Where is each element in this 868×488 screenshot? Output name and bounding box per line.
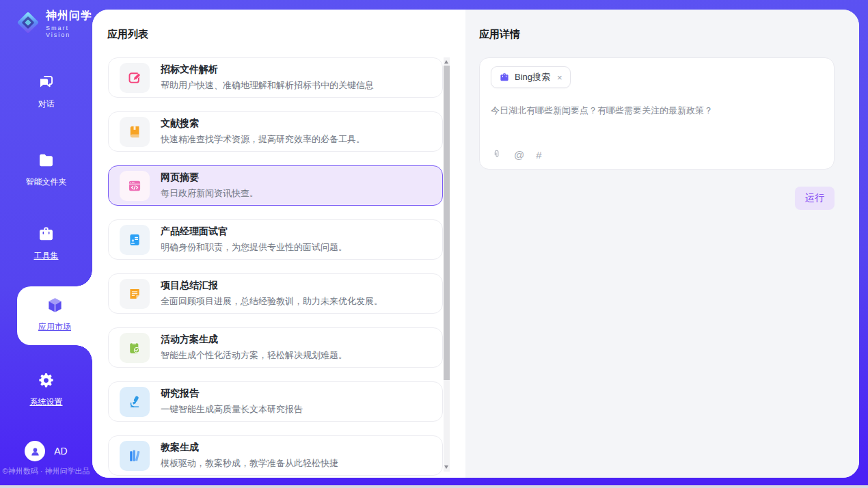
app-card-description: 智能生成个性化活动方案，轻松解决规划难题。	[161, 349, 347, 362]
app-card-description: 每日政府新闻资讯快查。	[161, 187, 258, 200]
briefcase-tag-icon	[499, 72, 510, 83]
remove-tag-button[interactable]: ×	[557, 72, 562, 83]
scrollbar-thumb[interactable]	[444, 66, 450, 380]
prompt-card: Bing搜索 × 今日湖北有哪些新闻要点？有哪些需要关注的最新政策？ @ #	[479, 57, 835, 170]
app-card[interactable]: 网页摘要 每日政府新闻资讯快查。	[108, 165, 443, 206]
sidebar-item-chat[interactable]: 对话	[0, 73, 92, 110]
list-scrollbar[interactable]	[444, 57, 450, 472]
app-card-description: 模板驱动，教案秒成，教学准备从此轻松快捷	[161, 457, 338, 470]
scroll-up-arrow-icon[interactable]	[444, 60, 448, 64]
copyright-footer: ©神州数码 · 神州问学出品	[0, 466, 92, 476]
cube-icon	[17, 296, 92, 317]
chat-icon	[0, 73, 92, 94]
app-card[interactable]: 项目总结汇报 全面回顾项目进展，总结经验教训，助力未来优化发展。	[108, 273, 443, 314]
app-card[interactable]: 文献搜索 快速精准查找学术资源，提高研究效率的必备工具。	[108, 111, 443, 152]
app-card-title: 活动方案生成	[161, 334, 347, 346]
sidebar: 神州问学 Smart Vision 对话 智能文件夹 工具集 应用市场 系统设置…	[0, 0, 92, 488]
briefcase-icon	[0, 225, 92, 246]
app-card-list: 招标文件解析 帮助用户快速、准确地理解和解析招标书中的关键信息 文献搜索 快速精…	[108, 57, 443, 478]
app-card-title: 网页摘要	[161, 172, 258, 184]
edit-doc-icon	[120, 63, 150, 93]
webpage-icon	[120, 171, 150, 201]
app-card-title: 产品经理面试官	[161, 226, 347, 238]
books-icon	[120, 441, 150, 471]
prompt-input[interactable]: 今日湖北有哪些新闻要点？有哪些需要关注的最新政策？	[491, 104, 823, 118]
hashtag-icon[interactable]: #	[536, 150, 541, 160]
run-row: 运行	[479, 187, 835, 210]
sidebar-item-app-market[interactable]: 应用市场	[17, 286, 92, 345]
user-name: AD	[54, 446, 67, 457]
app-detail-title: 应用详情	[479, 28, 835, 41]
app-card-title: 项目总结汇报	[161, 280, 383, 292]
app-card[interactable]: 研究报告 一键智能生成高质量长文本研究报告	[108, 381, 443, 422]
app-card[interactable]: 招标文件解析 帮助用户快速、准确地理解和解析招标书中的关键信息	[108, 57, 443, 98]
user-avatar-icon	[25, 441, 45, 461]
folder-icon	[0, 151, 92, 172]
gear-icon	[0, 371, 92, 392]
prompt-toolbar: @ #	[491, 149, 542, 160]
app-card-description: 帮助用户快速、准确地理解和解析招标书中的关键信息	[161, 79, 374, 92]
sidebar-item-settings[interactable]: 系统设置	[0, 371, 92, 408]
app-logo: 神州问学 Smart Vision	[15, 9, 92, 38]
tool-tag-label: Bing搜索	[515, 71, 550, 83]
app-card[interactable]: 教案生成 模板驱动，教案秒成，教学准备从此轻松快捷	[108, 435, 443, 476]
app-card-title: 招标文件解析	[161, 64, 374, 76]
app-card-description: 明确身份和职责，为您提供专业性的面试问题。	[161, 241, 347, 254]
book-icon	[120, 117, 150, 147]
content-panel: 应用列表 招标文件解析 帮助用户快速、准确地理解和解析招标书中的关键信息 文献搜…	[92, 10, 859, 478]
resume-icon	[120, 225, 150, 255]
attachment-icon[interactable]	[491, 149, 502, 160]
scroll-down-arrow-icon[interactable]	[444, 465, 448, 469]
mention-icon[interactable]: @	[514, 150, 524, 160]
user-account[interactable]: AD	[0, 441, 92, 461]
clipboard-icon	[120, 333, 150, 363]
brand-tagline: Smart Vision	[46, 25, 92, 38]
app-card-description: 快速精准查找学术资源，提高研究效率的必备工具。	[161, 133, 365, 146]
brand-diamond-icon	[15, 10, 41, 38]
note-icon	[120, 279, 150, 309]
app-card-title: 研究报告	[161, 388, 303, 400]
sidebar-item-smart-folders[interactable]: 智能文件夹	[0, 151, 92, 188]
app-card[interactable]: 产品经理面试官 明确身份和职责，为您提供专业性的面试问题。	[108, 219, 443, 260]
app-card[interactable]: 活动方案生成 智能生成个性化活动方案，轻松解决规划难题。	[108, 327, 443, 368]
app-card-title: 文献搜索	[161, 118, 365, 130]
run-button[interactable]: 运行	[795, 187, 835, 210]
app-card-title: 教案生成	[161, 442, 338, 454]
app-card-description: 全面回顾项目进展，总结经验教训，助力未来优化发展。	[161, 295, 383, 308]
app-card-description: 一键智能生成高质量长文本研究报告	[161, 403, 303, 416]
app-list-pane: 应用列表 招标文件解析 帮助用户快速、准确地理解和解析招标书中的关键信息 文献搜…	[92, 10, 465, 478]
brand-name: 神州问学	[46, 9, 92, 23]
app-list-title: 应用列表	[92, 10, 465, 41]
sidebar-item-toolset[interactable]: 工具集	[0, 225, 92, 262]
microscope-icon	[120, 387, 150, 417]
app-detail-pane: 应用详情 Bing搜索 × 今日湖北有哪些新闻要点？有哪些需要关注的最新政策？ …	[465, 10, 859, 478]
tool-tag-bing-search[interactable]: Bing搜索 ×	[491, 66, 571, 88]
